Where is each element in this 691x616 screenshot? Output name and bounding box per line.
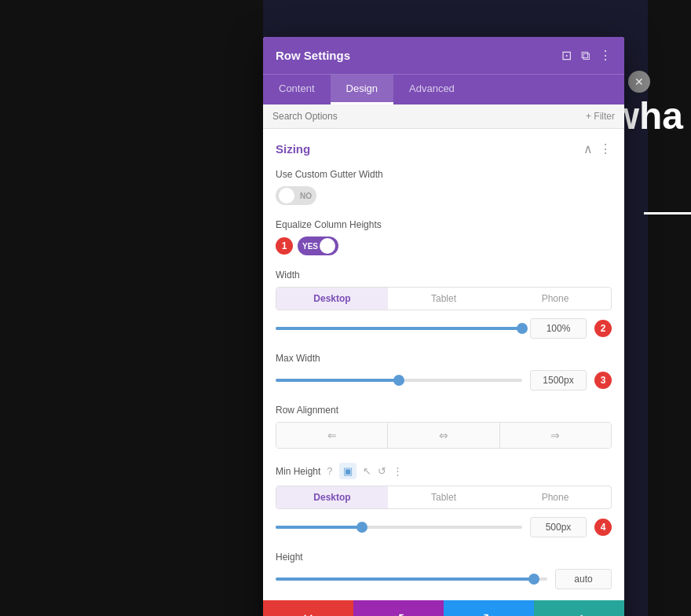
height-slider-thumb[interactable] <box>528 574 539 585</box>
width-tablet-tab[interactable]: Tablet <box>388 288 499 310</box>
custom-gutter-toggle-wrap: NO <box>276 186 612 205</box>
min-height-label: Min Height <box>276 466 320 477</box>
max-width-row: Max Width 1500px 3 <box>276 353 612 390</box>
responsive-icon[interactable]: ⊡ <box>561 48 572 63</box>
toggle-label-yes: YES <box>302 242 318 251</box>
equalize-heights-toggle[interactable]: YES <box>298 236 338 255</box>
close-overlay-button[interactable]: ✕ <box>628 71 650 93</box>
toggle-knob-on <box>320 238 335 254</box>
cancel-button[interactable]: ✕ <box>263 600 353 616</box>
height-slider-row: auto <box>276 569 612 589</box>
panel-header: Row Settings ⊡ ⧉ ⋮ <box>263 37 624 74</box>
sizing-title: Sizing <box>276 142 310 156</box>
height-row: Height auto <box>276 552 612 589</box>
row-alignment-label: Row Alignment <box>276 405 612 416</box>
width-value[interactable]: 100% <box>530 318 587 339</box>
max-width-label: Max Width <box>276 353 612 364</box>
max-width-slider-row: 1500px 3 <box>276 370 612 390</box>
width-slider-track[interactable] <box>276 327 522 330</box>
toggle-knob <box>279 188 294 204</box>
equalize-heights-row: Equalize Column Heights 1 YES <box>276 219 612 255</box>
min-height-value[interactable]: 500px <box>530 517 587 537</box>
step-badge-3: 3 <box>594 372 612 389</box>
min-height-slider-fill <box>276 526 362 529</box>
search-bar: + Filter <box>263 104 624 129</box>
equalize-heights-label: Equalize Column Heights <box>276 219 612 230</box>
align-left-button[interactable]: ⇐ <box>276 423 388 448</box>
custom-gutter-row: Use Custom Gutter Width NO <box>276 169 612 205</box>
sizing-section-header: Sizing ∧ ⋮ <box>276 141 612 156</box>
equalize-toggle-row: 1 YES <box>276 236 612 255</box>
width-slider-thumb[interactable] <box>517 323 528 334</box>
height-slider-fill <box>276 578 534 581</box>
reset-button[interactable]: ↺ <box>353 600 444 616</box>
min-height-label-row: Min Height ? ▣ ↖ ↺ ⋮ <box>276 463 612 479</box>
panel-footer: ✕ ↺ ↻ ✓ <box>263 600 624 616</box>
min-height-slider-row: 500px 4 <box>276 517 612 537</box>
save-button[interactable]: ✓ <box>534 600 624 616</box>
min-height-desktop-icon[interactable]: ▣ <box>339 463 356 479</box>
left-background <box>0 0 263 616</box>
custom-gutter-label: Use Custom Gutter Width <box>276 169 612 180</box>
header-icons: ⊡ ⧉ ⋮ <box>561 48 612 63</box>
min-height-device-tabs: Desktop Tablet Phone <box>276 486 612 509</box>
step-badge-2: 2 <box>594 320 612 337</box>
panel-title: Row Settings <box>276 49 350 62</box>
min-height-desktop-tab[interactable]: Desktop <box>276 486 388 508</box>
min-height-tablet-tab[interactable]: Tablet <box>388 486 499 508</box>
redo-button[interactable]: ↻ <box>444 600 534 616</box>
width-label: Width <box>276 270 612 280</box>
width-desktop-tab[interactable]: Desktop <box>276 288 388 310</box>
height-value[interactable]: auto <box>555 569 612 589</box>
min-height-more-icon[interactable]: ⋮ <box>393 465 403 477</box>
width-device-tabs: Desktop Tablet Phone <box>276 287 612 310</box>
width-phone-tab[interactable]: Phone <box>499 288 611 310</box>
max-width-slider-track[interactable] <box>276 379 522 382</box>
width-slider-fill <box>276 327 522 330</box>
row-alignment-row: Row Alignment ⇐ ⇔ ⇒ <box>276 405 612 449</box>
right-background <box>648 0 691 616</box>
panel-tabs: Content Design Advanced <box>263 74 624 104</box>
more-options-icon[interactable]: ⋮ <box>599 48 612 63</box>
tab-design[interactable]: Design <box>331 75 393 104</box>
decorative-line <box>644 212 691 214</box>
width-slider-row: 100% 2 <box>276 318 612 339</box>
min-height-help-icon[interactable]: ? <box>327 465 332 477</box>
step-badge-4: 4 <box>594 519 612 536</box>
section-controls: ∧ ⋮ <box>583 141 612 156</box>
section-more-icon[interactable]: ⋮ <box>599 141 612 156</box>
custom-gutter-toggle[interactable]: NO <box>276 186 316 205</box>
min-height-slider-thumb[interactable] <box>356 522 367 533</box>
row-settings-panel: Row Settings ⊡ ⧉ ⋮ Content Design Advanc… <box>263 37 624 616</box>
min-height-row: Min Height ? ▣ ↖ ↺ ⋮ Desktop Tablet Phon… <box>276 463 612 537</box>
min-height-slider-track[interactable] <box>276 526 522 529</box>
max-width-slider-fill <box>276 379 399 382</box>
toggle-label-no: NO <box>300 192 312 200</box>
height-slider-track[interactable] <box>276 578 547 581</box>
max-width-value[interactable]: 1500px <box>530 370 587 390</box>
panel-content: Sizing ∧ ⋮ Use Custom Gutter Width NO Eq… <box>263 129 624 600</box>
min-height-cursor-icon[interactable]: ↖ <box>363 465 371 477</box>
search-input[interactable] <box>272 111 430 122</box>
alignment-buttons: ⇐ ⇔ ⇒ <box>276 422 612 449</box>
height-label: Height <box>276 552 612 563</box>
min-height-reset-icon[interactable]: ↺ <box>378 465 386 477</box>
tab-advanced[interactable]: Advanced <box>393 75 470 104</box>
tab-content[interactable]: Content <box>263 75 331 104</box>
width-row: Width Desktop Tablet Phone 100% 2 <box>276 270 612 339</box>
max-width-slider-thumb[interactable] <box>393 375 404 386</box>
collapse-icon[interactable]: ∧ <box>583 141 593 156</box>
align-right-button[interactable]: ⇒ <box>500 423 611 448</box>
filter-button[interactable]: + Filter <box>586 111 615 122</box>
min-height-phone-tab[interactable]: Phone <box>499 486 611 508</box>
align-center-button[interactable]: ⇔ <box>388 423 499 448</box>
step-badge-1: 1 <box>276 237 293 255</box>
columns-icon[interactable]: ⧉ <box>581 49 590 63</box>
